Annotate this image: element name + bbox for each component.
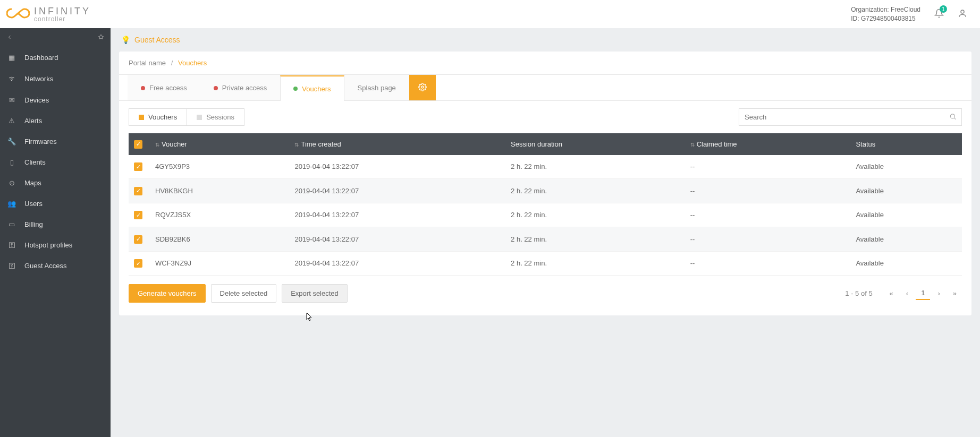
subtab-sessions[interactable]: Sessions xyxy=(187,108,244,126)
col-created[interactable]: ⇅Time created xyxy=(289,133,505,155)
pagination-summary: 1 - 5 of 5 xyxy=(845,289,872,297)
cell-duration: 2 h. 22 min. xyxy=(505,155,685,179)
svg-point-0 xyxy=(961,10,964,13)
col-claimed[interactable]: ⇅Claimed time xyxy=(685,133,851,155)
sort-icon: ⇅ xyxy=(690,142,695,148)
sidebar: ▦Dashboard Networks ✉Devices ⚠Alerts 🔧Fi… xyxy=(0,28,111,437)
cell-duration: 2 h. 22 min. xyxy=(505,251,685,276)
col-duration: Session duration xyxy=(505,133,685,155)
square-icon xyxy=(139,115,144,120)
users-icon: 👥 xyxy=(7,200,16,208)
wrench-icon: 🔧 xyxy=(7,138,16,145)
bulb-icon: 💡 xyxy=(121,36,130,44)
view-toggle: Vouchers Sessions xyxy=(129,108,244,126)
page-title: 💡 Guest Access xyxy=(111,28,980,47)
cell-created: 2019-04-04 13:22:07 xyxy=(289,203,505,227)
cell-claimed: -- xyxy=(685,203,851,227)
table-row: ✓HV8KBKGH2019-04-04 13:22:072 h. 22 min.… xyxy=(129,179,962,203)
user-menu-button[interactable] xyxy=(958,8,967,20)
table-row: ✓RQVZJS5X2019-04-04 13:22:072 h. 22 min.… xyxy=(129,203,962,227)
sidebar-item-alerts[interactable]: ⚠Alerts xyxy=(0,110,111,131)
cell-duration: 2 h. 22 min. xyxy=(505,179,685,203)
row-checkbox[interactable]: ✓ xyxy=(134,211,142,219)
crumb-vouchers[interactable]: Vouchers xyxy=(178,59,207,67)
export-selected-button[interactable]: Export selected xyxy=(282,284,348,303)
cell-voucher: 4GY5X9P3 xyxy=(150,155,289,179)
sidebar-item-guest-access[interactable]: ⚿Guest Access xyxy=(0,255,111,276)
sidebar-item-dashboard[interactable]: ▦Dashboard xyxy=(0,47,111,68)
sidebar-item-hotspot[interactable]: ⚿Hotspot profiles xyxy=(0,235,111,255)
cell-voucher: SDB92BK6 xyxy=(150,227,289,252)
sidebar-item-firmwares[interactable]: 🔧Firmwares xyxy=(0,131,111,152)
sidebar-item-clients[interactable]: ▯Clients xyxy=(0,152,111,173)
org-id: ID: G72948500403815 xyxy=(851,14,920,23)
row-checkbox[interactable]: ✓ xyxy=(134,259,142,268)
cell-created: 2019-04-04 13:22:07 xyxy=(289,251,505,276)
search-icon xyxy=(949,113,957,122)
status-dot-icon xyxy=(214,86,218,90)
infinity-logo-icon xyxy=(6,7,30,21)
cell-voucher: RQVZJS5X xyxy=(150,203,289,227)
sidebar-item-users[interactable]: 👥Users xyxy=(0,193,111,214)
row-checkbox[interactable]: ✓ xyxy=(134,235,142,244)
col-status: Status xyxy=(850,133,962,155)
page-first[interactable]: « xyxy=(884,287,899,299)
col-voucher[interactable]: ⇅Voucher xyxy=(150,133,289,155)
collapse-sidebar-button[interactable] xyxy=(6,34,13,42)
sidebar-item-billing[interactable]: ▭Billing xyxy=(0,214,111,235)
page-prev[interactable]: ‹ xyxy=(901,287,914,299)
gear-icon xyxy=(418,83,427,93)
brand-name: INFINITY xyxy=(34,6,91,16)
sidebar-item-networks[interactable]: Networks xyxy=(0,68,111,90)
status-dot-icon xyxy=(141,86,145,90)
page-last[interactable]: » xyxy=(948,287,962,299)
cell-created: 2019-04-04 13:22:07 xyxy=(289,155,505,179)
tab-vouchers[interactable]: Vouchers xyxy=(280,75,344,101)
crumb-portal[interactable]: Portal name xyxy=(129,59,166,67)
subtab-vouchers[interactable]: Vouchers xyxy=(129,108,187,126)
tab-splash-page[interactable]: Splash page xyxy=(344,75,409,100)
brand: INFINITY controller xyxy=(6,6,91,22)
table-row: ✓WCF3NZ9J2019-04-04 13:22:072 h. 22 min.… xyxy=(129,251,962,276)
square-icon xyxy=(197,115,202,120)
tab-private-access[interactable]: Private access xyxy=(200,75,281,100)
search-box xyxy=(739,108,962,126)
org-info: Organization: FreeCloud ID: G72948500403… xyxy=(851,5,920,23)
pin-sidebar-button[interactable] xyxy=(98,34,104,42)
cell-status: Available xyxy=(850,179,962,203)
row-checkbox[interactable]: ✓ xyxy=(134,187,142,195)
svg-point-3 xyxy=(950,114,954,118)
row-checkbox[interactable]: ✓ xyxy=(134,162,142,171)
phone-icon: ▯ xyxy=(7,158,16,166)
cell-duration: 2 h. 22 min. xyxy=(505,227,685,252)
pagination: 1 - 5 of 5 « ‹ 1 › » xyxy=(845,287,962,300)
table-row: ✓4GY5X9P32019-04-04 13:22:072 h. 22 min.… xyxy=(129,155,962,179)
pin-icon: ⊙ xyxy=(7,179,16,187)
svg-line-4 xyxy=(954,118,956,119)
cell-claimed: -- xyxy=(685,179,851,203)
top-bar: INFINITY controller Organization: FreeCl… xyxy=(0,0,980,28)
table-row: ✓SDB92BK62019-04-04 13:22:072 h. 22 min.… xyxy=(129,227,962,252)
cell-status: Available xyxy=(850,251,962,276)
delete-selected-button[interactable]: Delete selected xyxy=(211,284,277,303)
search-input[interactable] xyxy=(739,108,962,126)
cell-claimed: -- xyxy=(685,251,851,276)
breadcrumb: Portal name / Vouchers xyxy=(119,52,971,75)
cell-created: 2019-04-04 13:22:07 xyxy=(289,179,505,203)
tab-free-access[interactable]: Free access xyxy=(128,75,200,100)
page-next[interactable]: › xyxy=(932,287,945,299)
sidebar-item-maps[interactable]: ⊙Maps xyxy=(0,173,111,193)
page-current[interactable]: 1 xyxy=(916,287,930,300)
cell-created: 2019-04-04 13:22:07 xyxy=(289,227,505,252)
tab-settings[interactable] xyxy=(409,75,436,100)
notifications-button[interactable]: 1 xyxy=(934,8,944,20)
cell-claimed: -- xyxy=(685,227,851,252)
key-icon: ⚿ xyxy=(7,262,16,270)
sidebar-item-devices[interactable]: ✉Devices xyxy=(0,90,111,110)
generate-vouchers-button[interactable]: Generate vouchers xyxy=(129,284,206,303)
cell-duration: 2 h. 22 min. xyxy=(505,203,685,227)
cell-voucher: HV8KBKGH xyxy=(150,179,289,203)
select-all-checkbox[interactable]: ✓ xyxy=(134,140,142,149)
cell-status: Available xyxy=(850,227,962,252)
notification-badge: 1 xyxy=(940,5,947,13)
